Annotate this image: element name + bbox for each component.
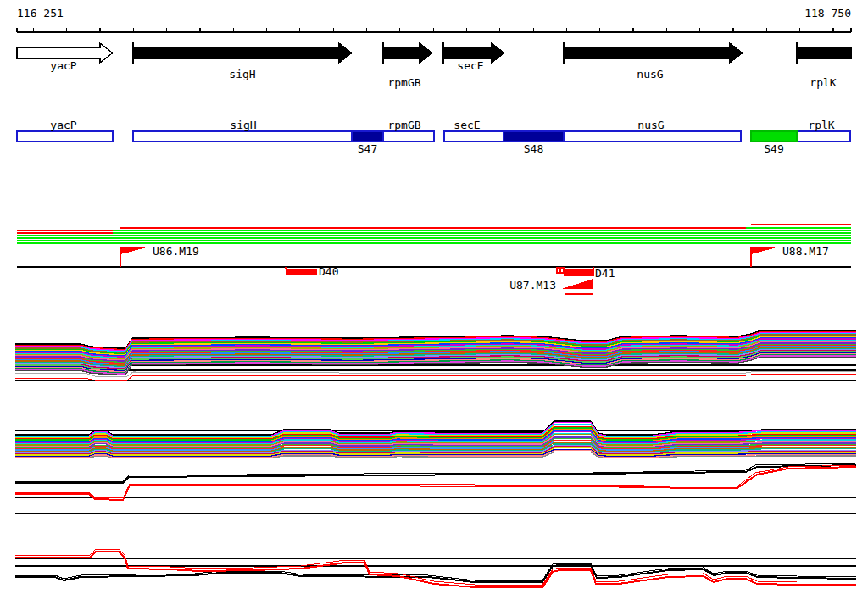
- gene-arrow-rplK[interactable]: [797, 47, 851, 58]
- flag-U88.M17[interactable]: [751, 247, 780, 254]
- segment-S47[interactable]: [352, 131, 383, 142]
- gene-arrow-label-secE: secE: [457, 59, 483, 72]
- marker-label-D40: D40: [319, 265, 338, 278]
- panel-middle-extra-1: [15, 465, 856, 483]
- genome-browser-view: 116 251 118 750 yacPsigHrpmGBsecEnusGrpl…: [0, 0, 868, 605]
- segment-label-S48: S48: [524, 142, 543, 155]
- unit-box-secE-nusG-unit[interactable]: [444, 131, 741, 142]
- gene-arrow-label-yacP: yacP: [50, 59, 76, 72]
- flag-label-U88.M17: U88.M17: [782, 245, 829, 258]
- unit-label-rplK: rplK: [808, 119, 834, 131]
- segment-S48[interactable]: [504, 131, 564, 142]
- flag-U86.M19[interactable]: [120, 247, 150, 254]
- gene-arrow-label-nusG: nusG: [637, 68, 663, 80]
- flag-U87.M13[interactable]: [561, 279, 593, 289]
- tracks-canvas: yacPsigHrpmGBsecEnusGrplKS47S48S49yacPsi…: [0, 0, 868, 605]
- panel-upper-extra-1: [15, 374, 856, 380]
- unit-label-sigH: sigH: [230, 119, 256, 131]
- marker-D40[interactable]: [286, 269, 317, 275]
- unit-label-yacP: yacP: [50, 119, 76, 131]
- gene-arrow-label-rpmGB: rpmGB: [387, 76, 420, 89]
- segment-S49[interactable]: [751, 131, 797, 142]
- marker-D41[interactable]: [564, 269, 593, 276]
- marker-label-D41: D41: [595, 267, 615, 280]
- unit-box-yacP-unit[interactable]: [17, 131, 113, 142]
- segment-label-S47: S47: [358, 142, 377, 155]
- unit-label-secE: secE: [453, 119, 480, 131]
- gene-arrow-sigH[interactable]: [133, 43, 352, 63]
- unit-label-rpmGB: rpmGB: [387, 119, 420, 131]
- segment-label-S49: S49: [764, 142, 783, 155]
- marker-open-box-1[interactable]: [560, 268, 564, 273]
- gene-arrow-label-sigH: sigH: [229, 68, 255, 80]
- panel-lower-extra-3: [15, 552, 856, 587]
- unit-label-nusG: nusG: [637, 119, 664, 131]
- unit-box-sigH-rpmGB-unit[interactable]: [133, 131, 434, 142]
- flag-label-U87.M13: U87.M13: [509, 279, 556, 291]
- flag-label-U86.M19: U86.M19: [153, 245, 199, 258]
- gene-arrow-nusG[interactable]: [564, 43, 743, 63]
- gene-arrow-rpmGB[interactable]: [383, 43, 432, 63]
- gene-arrow-label-rplK: rplK: [810, 76, 836, 89]
